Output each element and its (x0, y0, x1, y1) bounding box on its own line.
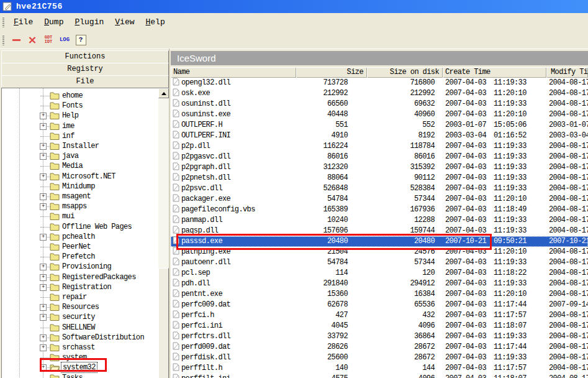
help-tool-button[interactable]: ? (74, 33, 88, 47)
file-row-pautoenr-dll[interactable]: pautoenr.dll54784573442007-04-0311:19:33… (171, 257, 588, 268)
menu-file[interactable]: File (8, 17, 38, 27)
tree-item-media[interactable]: Media (2, 161, 169, 171)
expand-icon[interactable]: + (40, 264, 47, 270)
tree-item-peernet[interactable]: PeerNet (2, 242, 169, 252)
pane-divider[interactable] (169, 48, 170, 378)
tree-item-tasks[interactable]: Tasks (2, 373, 169, 378)
tree-item-prefetch[interactable]: Prefetch (2, 252, 169, 262)
tree-item-installer[interactable]: +Installer (2, 141, 169, 151)
column-header-size[interactable]: Size (296, 67, 367, 78)
tree-item-ime[interactable]: +ime (2, 121, 169, 131)
minus-tool-button[interactable] (9, 33, 23, 47)
expand-icon[interactable]: + (40, 143, 47, 150)
tree-scrollbar[interactable] (158, 88, 169, 378)
file-row-perfctrs-dll[interactable]: perfctrs.dll33792368642007-04-0311:19:33… (171, 331, 588, 342)
file-row-perfc009-dat[interactable]: perfc009.dat62678655362007-04-0311:17:44… (171, 300, 588, 310)
tree-item-java[interactable]: +java (2, 151, 169, 161)
file-row-perfci-ini[interactable]: perfci.ini404540962007-04-0311:18:072004… (171, 321, 588, 331)
file-row-opengl32-dll[interactable]: opengl32.dll7137287168002007-04-0311:19:… (171, 78, 588, 88)
tree-item-label: RegisteredPackages (62, 272, 136, 282)
tree-item-provisioning[interactable]: +Provisioning (2, 262, 169, 272)
file-row-pentnt-exe[interactable]: pentnt.exe15360163842007-04-0311:20:1020… (171, 289, 588, 300)
expand-icon[interactable]: + (40, 234, 47, 241)
tree-item-minidump[interactable]: Minidump (2, 182, 169, 191)
toolbar-gripper[interactable] (2, 35, 4, 45)
file-row-p2pgraph-dll[interactable]: p2pgraph.dll3123203153922007-04-0311:19:… (171, 162, 588, 173)
file-row-p2pnetsh-dll[interactable]: p2pnetsh.dll88064901122007-04-0311:19:33… (171, 173, 588, 183)
file-row-perffilt-h[interactable]: perffilt.h1401442007-04-0311:17:572004-0… (171, 363, 588, 374)
delete-tool-button[interactable]: × (25, 33, 39, 47)
tree-item-srchasst[interactable]: +srchasst (2, 343, 169, 353)
gdt-idt-tool-button[interactable]: GDTIDT (42, 33, 55, 47)
tree-item-resources[interactable]: +Resources (2, 302, 169, 312)
menu-plugin[interactable]: Plugin (69, 17, 109, 27)
menu-dump[interactable]: Dump (38, 17, 69, 27)
file-row-perffilt-ini[interactable]: perffilt.ini457540962007-04-0311:18:0720… (171, 374, 588, 378)
file-panel-button[interactable]: File (1, 75, 169, 88)
tree-item-mui[interactable]: mui (2, 211, 169, 221)
file-row-perfdisk-dll[interactable]: perfdisk.dll25600286722007-04-0311:19:33… (171, 353, 588, 363)
tree-item-inf[interactable]: inf (2, 131, 169, 141)
tree-item-microsoft-net[interactable]: +Microsoft.NET (2, 172, 169, 182)
expand-icon[interactable]: + (40, 284, 47, 291)
file-row-pagefileconfig-vbs[interactable]: pagefileconfig.vbs1653891679362007-04-03… (171, 205, 588, 215)
tree-item-repair[interactable]: repair (2, 292, 169, 302)
expand-icon[interactable]: + (40, 193, 47, 200)
file-row-perfci-h[interactable]: perfci.h4274322007-04-0311:17:572004-08-… (171, 310, 588, 321)
scroll-up-button[interactable] (158, 88, 169, 98)
expand-icon[interactable]: + (40, 113, 47, 119)
file-row-osuninst-exe[interactable]: osuninst.exe40448409602007-04-0311:20:10… (171, 109, 588, 120)
tree-item-ehome[interactable]: ehome (2, 91, 169, 101)
file-row-p2p-dll[interactable]: p2p.dll1162241187842007-04-0311:19:33200… (171, 141, 588, 152)
tree-item-fonts[interactable]: Fonts (2, 101, 169, 111)
expand-icon[interactable]: + (40, 123, 47, 130)
tree-item-security[interactable]: +security (2, 312, 169, 322)
expand-icon[interactable]: + (40, 314, 47, 321)
menubar-gripper[interactable] (2, 17, 4, 27)
column-header-modify-time[interactable]: Modify Time (546, 67, 588, 78)
file-row-osk-exe[interactable]: osk.exe2129922129922007-04-0311:20:10200… (171, 88, 588, 99)
tree-connector (40, 328, 50, 328)
tree-item-msagent[interactable]: +msagent (2, 191, 169, 201)
expand-icon[interactable]: + (40, 274, 47, 281)
log-tool-button[interactable]: LOG (58, 33, 71, 47)
tree-item-registration[interactable]: +Registration (2, 282, 169, 292)
file-row-p2psvc-dll[interactable]: p2psvc.dll5268485283842007-04-0311:19:33… (171, 183, 588, 194)
tree-item-registeredpackages[interactable]: +RegisteredPackages (2, 272, 169, 282)
expand-icon[interactable]: + (40, 153, 47, 160)
expand-icon[interactable]: + (40, 203, 47, 210)
file-row-perfd009-dat[interactable]: perfd009.dat28626286722007-04-0311:17:44… (171, 342, 588, 353)
column-header-create-time[interactable]: Create Time (443, 67, 546, 78)
expand-icon[interactable]: + (40, 173, 47, 180)
file-create-date: 2007-04-03 (445, 257, 486, 268)
tree-item-shellnew[interactable]: SHELLNEW (2, 323, 169, 333)
expand-icon[interactable]: + (40, 344, 47, 351)
file-row-panmap-dll[interactable]: panmap.dll10240122882007-04-0311:19:3320… (171, 215, 588, 226)
tree-item-help[interactable]: +Help (2, 111, 169, 121)
file-size-on-disk: 144 (367, 363, 435, 374)
file-row-pcl-sep[interactable]: pcl.sep1141202007-04-0311:18:222004-08-1… (171, 268, 588, 279)
functions-panel-button[interactable]: Functions (1, 50, 169, 63)
file-row-osuninst-dll[interactable]: osuninst.dll66560696322007-04-0311:19:33… (171, 99, 588, 109)
file-row-outlperf-ini[interactable]: OUTLPERF.INI491081922003-03-0401:16:5220… (171, 131, 588, 141)
file-row-pdh-dll[interactable]: pdh.dll2918402949122007-04-0311:19:33200… (171, 279, 588, 289)
expand-icon[interactable]: + (40, 334, 47, 341)
column-header-size-on-disk[interactable]: Size on disk (367, 67, 443, 78)
file-create-time: 11:19:33 (494, 173, 527, 183)
file-row-packager-exe[interactable]: packager.exe54784573442007-04-0311:20:10… (171, 194, 588, 205)
tree-item-offline-web-pages[interactable]: Offline Web Pages (2, 222, 169, 232)
menu-view[interactable]: View (109, 17, 140, 27)
scrollbar-thumb[interactable] (158, 268, 169, 378)
tree-item-msapps[interactable]: +msapps (2, 201, 169, 211)
file-name: pdh.dll (181, 279, 210, 289)
registry-panel-button[interactable]: Registry (1, 63, 169, 76)
column-header-name[interactable]: Name (171, 67, 296, 78)
tree-item-softwaredistribution[interactable]: +SoftwareDistribution (2, 333, 169, 343)
file-row-outlperf-h[interactable]: OUTLPERF.H5515522003-01-0715:05:062003-0… (171, 120, 588, 131)
menu-help[interactable]: Help (140, 17, 170, 27)
expand-icon[interactable]: + (40, 304, 47, 311)
tree-connector (40, 257, 50, 257)
file-create-date: 2007-04-03 (445, 183, 486, 194)
file-row-p2pgasvc-dll[interactable]: p2pgasvc.dll86016860162007-04-0311:19:33… (171, 152, 588, 162)
tree-item-pchealth[interactable]: +pchealth (2, 232, 169, 242)
